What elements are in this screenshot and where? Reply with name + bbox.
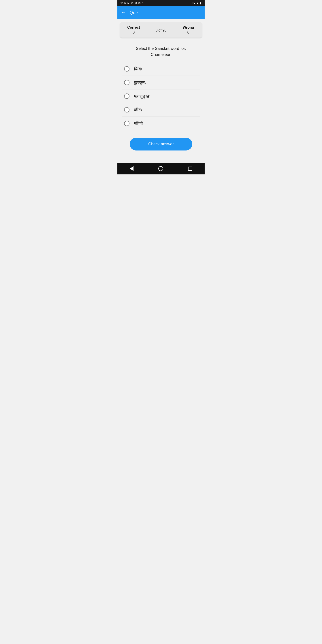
option-2[interactable]: कुक्कुरः <box>122 76 200 90</box>
radio-5[interactable] <box>124 121 130 126</box>
correct-cell: Correct 0 <box>120 22 147 38</box>
options-list: बिम्बः कुक्कुरः महाशृङ्खः कीटः महिषी <box>118 60 204 132</box>
question-area: Select the Sanskrit word for: Chameleon <box>118 41 204 60</box>
check-answer-button[interactable]: Check answer <box>130 138 192 150</box>
radio-2[interactable] <box>124 80 130 85</box>
option-3[interactable]: महाशृङ्खः <box>122 90 200 103</box>
time-display: 9:56 <box>120 2 126 5</box>
progress-value: 0 of 96 <box>156 28 166 32</box>
option-4-text: कीटः <box>134 107 142 112</box>
option-3-text: महाशृङ्खः <box>134 94 150 99</box>
status-bar: 9:56 ► ⊙ M ⚖ • ▾▴ ▲ ▮ <box>118 0 204 6</box>
option-1[interactable]: बिम्बः <box>122 62 200 76</box>
question-prompt-text: Select the Sanskrit word for: <box>136 46 186 51</box>
nav-recents-button[interactable] <box>188 166 192 170</box>
radio-1[interactable] <box>124 66 130 72</box>
score-panel: Correct 0 0 of 96 Wrong 0 <box>120 22 202 38</box>
signal-icon: ▲ <box>196 2 199 5</box>
gmail-icon: M <box>134 2 137 5</box>
option-5[interactable]: महिषी <box>122 117 200 130</box>
wrong-value: 0 <box>188 30 190 34</box>
app-bar-title: Quiz <box>130 10 139 15</box>
wrong-label: Wrong <box>183 26 194 30</box>
back-button[interactable]: ← <box>121 10 126 16</box>
question-word: Chameleon <box>151 52 171 57</box>
radio-3[interactable] <box>124 94 130 99</box>
nav-back-button[interactable] <box>130 166 134 171</box>
option-5-text: महिषी <box>134 121 143 126</box>
radio-4[interactable] <box>124 107 130 112</box>
status-right: ▾▴ ▲ ▮ <box>192 2 202 5</box>
wifi-icon: ▾▴ <box>192 2 195 5</box>
dot-icon: • <box>142 2 143 5</box>
bottom-nav-bar <box>118 163 204 174</box>
progress-cell: 0 of 96 <box>147 22 175 38</box>
option-4[interactable]: कीटः <box>122 103 200 117</box>
wrong-cell: Wrong 0 <box>175 22 202 38</box>
correct-value: 0 <box>132 30 134 34</box>
question-prompt: Select the Sanskrit word for: Chameleon <box>122 46 200 58</box>
spacer <box>118 156 204 163</box>
check-btn-container: Check answer <box>118 132 204 156</box>
status-left: 9:56 ► ⊙ M ⚖ • <box>120 2 143 5</box>
location-icon: ► <box>127 2 130 5</box>
alert-icon: ⚖ <box>138 2 141 5</box>
correct-label: Correct <box>127 26 140 30</box>
app-bar: ← Quiz <box>118 6 204 19</box>
battery-icon: ▮ <box>200 2 202 5</box>
option-2-text: कुक्कुरः <box>134 80 146 85</box>
option-1-text: बिम्बः <box>134 66 142 72</box>
nav-home-button[interactable] <box>158 166 163 171</box>
notification-icon: ⊙ <box>131 2 133 5</box>
